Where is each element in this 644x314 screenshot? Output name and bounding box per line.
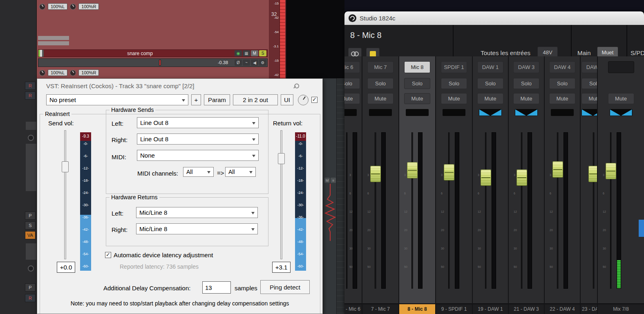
- knob-icon[interactable]: [28, 265, 34, 272]
- solo-button[interactable]: Solo: [581, 78, 597, 89]
- auto-latency-label[interactable]: Automatic device latency adjustment: [114, 252, 213, 258]
- channel-name-button[interactable]: SPDIF 1: [441, 61, 467, 73]
- routing-icon[interactable]: ▦: [243, 50, 250, 56]
- volume-fader-handle[interactable]: [159, 60, 161, 66]
- pan-control[interactable]: [369, 109, 392, 116]
- sends-right-combobox[interactable]: Line Out 8: [137, 134, 259, 145]
- volume-fader-row[interactable]: -0.38 Ø ~ ◀ ⚙: [38, 58, 268, 67]
- fader-track[interactable]: [448, 132, 450, 288]
- fader-track[interactable]: [593, 132, 595, 288]
- returns-left-combobox[interactable]: Mic/Line 8: [136, 207, 258, 218]
- channel-bottom-label[interactable]: 6 - Mic 6: [344, 303, 362, 314]
- mute-button[interactable]: Mute: [581, 93, 597, 104]
- mute-mini-icon[interactable]: M: [324, 178, 330, 183]
- phase-icon[interactable]: Ø: [235, 60, 242, 66]
- ping-detect-button[interactable]: Ping detect: [260, 280, 310, 294]
- solo-button[interactable]: Solo: [404, 78, 430, 89]
- mute-button[interactable]: Mute: [608, 93, 634, 104]
- track-chip[interactable]: P: [25, 212, 36, 220]
- pan-right-button[interactable]: 100%R: [78, 69, 99, 76]
- channel-name-button[interactable]: [608, 61, 634, 73]
- channel-name-button[interactable]: DAW 1: [477, 61, 503, 73]
- channel-bottom-label[interactable]: 9 - SPDIF 1: [436, 303, 472, 314]
- fader-handle[interactable]: [481, 169, 491, 186]
- param-button[interactable]: Param: [204, 94, 230, 105]
- dialog-titlebar[interactable]: VST: ReaInsert (Cockos) - Track 33 "snar…: [37, 79, 322, 93]
- pan-knob-icon[interactable]: [39, 70, 45, 76]
- midi-to-combobox[interactable]: All: [225, 167, 256, 177]
- pan-knob-icon[interactable]: [39, 4, 45, 10]
- pan-knob-icon[interactable]: [70, 70, 76, 76]
- fader-track[interactable]: [485, 132, 487, 288]
- bypass-checkbox[interactable]: [311, 97, 318, 103]
- fader-track[interactable]: [521, 132, 523, 288]
- pan-knob-icon[interactable]: [70, 4, 76, 10]
- fx-enable-icon[interactable]: ◉: [235, 50, 242, 56]
- fader-track[interactable]: [557, 132, 559, 288]
- sends-midi-combobox[interactable]: None: [137, 150, 259, 161]
- fader-handle[interactable]: [517, 169, 527, 186]
- pan-control[interactable]: [581, 109, 597, 116]
- fader-track[interactable]: [375, 132, 376, 288]
- add-preset-button[interactable]: +: [191, 94, 201, 105]
- solo-button[interactable]: Solo: [477, 78, 503, 89]
- track-chip[interactable]: VA: [25, 231, 36, 239]
- midi-from-combobox[interactable]: All: [183, 167, 214, 177]
- channel-bottom-label[interactable]: 22 - DAW 4: [545, 303, 580, 314]
- channel-bottom-label[interactable]: 8 - Mic 8: [399, 303, 435, 314]
- fader-handle[interactable]: [407, 162, 418, 178]
- mute-button[interactable]: Mute: [404, 93, 430, 104]
- fader-track[interactable]: [610, 132, 612, 288]
- channel-bottom-label[interactable]: Mix 7/8: [598, 303, 644, 314]
- pan-right-button[interactable]: 100%R: [78, 3, 99, 10]
- send-vol-value[interactable]: +0.0: [57, 262, 75, 273]
- pan-left-button[interactable]: 100%L: [48, 69, 67, 76]
- menu-mini-icon[interactable]: ≡: [331, 178, 336, 183]
- track-chip[interactable]: R: [25, 294, 36, 302]
- preset-combobox[interactable]: No preset: [46, 94, 188, 105]
- knob-icon[interactable]: [28, 135, 34, 141]
- pan-control[interactable]: [479, 109, 502, 116]
- pan-control[interactable]: [515, 109, 538, 116]
- channel-name-button[interactable]: Mic 6: [344, 61, 360, 73]
- channel-name-button[interactable]: Mic 8: [404, 61, 430, 73]
- send-fader[interactable]: [62, 130, 69, 259]
- fader-handle[interactable]: [444, 164, 454, 180]
- channel-bottom-label[interactable]: 7 - Mic 7: [362, 303, 398, 314]
- track-header[interactable]: snare comp ◉ ▦ M S: [38, 49, 268, 57]
- returns-right-combobox[interactable]: Mic/Line 8: [136, 223, 258, 234]
- return-fader[interactable]: [278, 130, 285, 259]
- solo-button[interactable]: S: [259, 50, 266, 56]
- envelope-icon[interactable]: ~: [243, 60, 250, 66]
- fader-track[interactable]: [346, 132, 348, 288]
- sends-left-combobox[interactable]: Line Out 8: [137, 117, 259, 128]
- speaker-icon[interactable]: ◀: [251, 60, 258, 66]
- fx-slot-blocks[interactable]: [38, 36, 69, 47]
- track-chip[interactable]: R: [25, 82, 36, 90]
- channel-name-button[interactable]: DAW 3: [513, 61, 539, 73]
- return-fader-handle[interactable]: [278, 153, 285, 164]
- wet-dry-knob[interactable]: [298, 95, 309, 105]
- pan-control[interactable]: [406, 109, 429, 116]
- fader-handle[interactable]: [606, 163, 616, 179]
- solo-button[interactable]: Solo: [549, 78, 575, 89]
- return-vol-value[interactable]: +3.1: [272, 262, 291, 273]
- delay-comp-input[interactable]: [202, 281, 231, 294]
- mute-button[interactable]: Mute: [477, 93, 503, 104]
- track-chip[interactable]: S: [25, 221, 36, 229]
- solo-button[interactable]: Solo: [344, 78, 360, 89]
- solo-button[interactable]: Solo: [513, 78, 539, 89]
- channel-name-button[interactable]: Mic 7: [367, 61, 394, 73]
- channel-name-button[interactable]: DAW 5: [581, 61, 597, 73]
- pan-control[interactable]: [344, 109, 357, 116]
- track-chip[interactable]: R: [25, 91, 36, 100]
- track-chip[interactable]: P: [25, 283, 36, 292]
- solo-button[interactable]: Solo: [441, 78, 467, 89]
- channel-bottom-label[interactable]: 19 - DAW 1: [473, 303, 508, 314]
- pan-control[interactable]: [443, 109, 465, 116]
- io-button[interactable]: 2 in 2 out: [233, 94, 278, 105]
- auto-latency-checkbox[interactable]: [105, 252, 111, 258]
- fader-handle[interactable]: [588, 166, 597, 182]
- mute-button[interactable]: Mute: [513, 93, 539, 104]
- mute-button[interactable]: M: [251, 50, 258, 56]
